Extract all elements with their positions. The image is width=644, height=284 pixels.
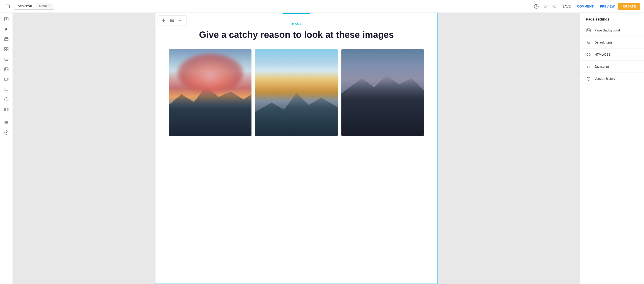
sidebar-icon-text[interactable]: A xyxy=(2,25,11,34)
sidebar-icon-image[interactable] xyxy=(2,65,11,74)
sidebar-icon-circle[interactable] xyxy=(2,95,11,104)
page-background-label: Page Background xyxy=(594,28,620,32)
svg-rect-37 xyxy=(587,29,590,32)
edit-image-button[interactable] xyxy=(169,17,175,23)
mountain-image-1[interactable] xyxy=(169,49,252,136)
javascript-label: Javascript xyxy=(594,65,609,68)
settings-item-javascript[interactable]: { } Javascript xyxy=(580,61,644,73)
settings-item-default-fonts[interactable]: Az Default fonts xyxy=(580,36,644,48)
mobile-view-button[interactable]: MOBILE xyxy=(36,3,54,9)
svg-rect-19 xyxy=(4,78,7,81)
canvas-container: INSERT BLOCK xyxy=(155,13,438,284)
svg-rect-14 xyxy=(6,49,8,51)
version-history-label: Version history xyxy=(594,77,616,80)
svg-rect-10 xyxy=(4,40,8,41)
sidebar-icon-marquee[interactable] xyxy=(2,55,11,64)
svg-text:{ }: { } xyxy=(587,65,590,68)
insert-block-bar[interactable]: INSERT BLOCK xyxy=(282,13,310,14)
view-toggle: DESKTOP MOBILE xyxy=(14,3,54,9)
sidebar-icon-divider[interactable] xyxy=(2,118,11,127)
version-history-icon xyxy=(586,76,591,81)
sidebar-icon-timer[interactable] xyxy=(2,128,11,137)
svg-rect-24 xyxy=(7,108,8,111)
save-button[interactable]: SAVE xyxy=(560,3,573,9)
svg-rect-11 xyxy=(4,47,6,49)
svg-rect-13 xyxy=(4,49,6,51)
back-button[interactable] xyxy=(4,2,12,10)
topbar-center: ? SAVE COMMENT PREVIEW UPDATE xyxy=(532,2,640,10)
block-toolbar xyxy=(158,15,186,25)
comment-button[interactable]: COMMENT xyxy=(574,3,596,9)
svg-rect-9 xyxy=(4,39,8,40)
redo-button[interactable] xyxy=(550,2,559,10)
image-section-label: IMAGE xyxy=(169,22,424,25)
svg-rect-0 xyxy=(6,5,10,8)
page-settings-title: Page settings xyxy=(580,13,644,24)
move-block-button[interactable] xyxy=(160,17,166,23)
help-button[interactable]: ? xyxy=(532,2,540,10)
svg-point-36 xyxy=(182,20,182,21)
svg-point-33 xyxy=(171,19,172,20)
page-heading: Give a catchy reason to look at these im… xyxy=(169,29,424,40)
canvas-area: INSERT BLOCK xyxy=(13,13,580,284)
mountain-image-3[interactable] xyxy=(342,49,424,136)
sidebar-icon-shape-rect[interactable] xyxy=(2,85,11,94)
undo-button[interactable] xyxy=(541,2,550,10)
html-css-label: HTML/CSS xyxy=(594,53,611,56)
default-fonts-label: Default fonts xyxy=(594,40,612,44)
page-content: IMAGE Give a catchy reason to look at th… xyxy=(156,13,438,145)
svg-rect-23 xyxy=(6,108,7,111)
javascript-icon: { } xyxy=(586,64,591,69)
sidebar-icon-video[interactable] xyxy=(2,75,11,84)
svg-rect-32 xyxy=(170,19,174,22)
svg-line-30 xyxy=(6,132,7,133)
svg-point-35 xyxy=(180,20,181,21)
svg-rect-17 xyxy=(4,68,8,71)
svg-point-21 xyxy=(4,98,8,101)
mountain-image-2[interactable] xyxy=(255,49,338,136)
sidebar-icon-add-section[interactable] xyxy=(2,14,11,24)
svg-rect-20 xyxy=(5,88,8,91)
desktop-view-button[interactable]: DESKTOP xyxy=(14,3,36,9)
settings-item-version-history[interactable]: Version history xyxy=(580,73,644,85)
sidebar-icon-grid[interactable] xyxy=(2,45,11,54)
left-sidebar: A xyxy=(0,13,13,284)
topbar-left: DESKTOP MOBILE xyxy=(4,2,54,10)
svg-text:Az: Az xyxy=(587,41,590,44)
svg-point-34 xyxy=(179,20,180,21)
topbar: DESKTOP MOBILE ? SAVE COMMENT PREVIEW UP… xyxy=(0,0,644,13)
update-button[interactable]: UPDATE xyxy=(618,3,640,10)
default-fonts-icon: Az xyxy=(586,40,591,45)
main-area: A xyxy=(0,13,644,284)
settings-item-page-background[interactable]: Page Background xyxy=(580,24,644,36)
svg-rect-12 xyxy=(6,47,8,49)
svg-text:A: A xyxy=(5,27,8,31)
svg-text:?: ? xyxy=(536,5,537,8)
sidebar-icon-layout[interactable] xyxy=(2,35,11,44)
html-css-icon xyxy=(586,52,591,57)
more-options-button[interactable] xyxy=(178,17,184,23)
sidebar-icon-columns[interactable] xyxy=(2,105,11,114)
svg-rect-8 xyxy=(4,38,8,38)
svg-rect-22 xyxy=(4,108,6,111)
settings-item-html-css[interactable]: HTML/CSS xyxy=(580,48,644,61)
image-grid xyxy=(169,49,424,136)
preview-button[interactable]: PREVIEW xyxy=(597,3,618,9)
right-sidebar: Page settings Page Background Az Default… xyxy=(580,13,644,284)
page-background-icon xyxy=(586,27,591,33)
